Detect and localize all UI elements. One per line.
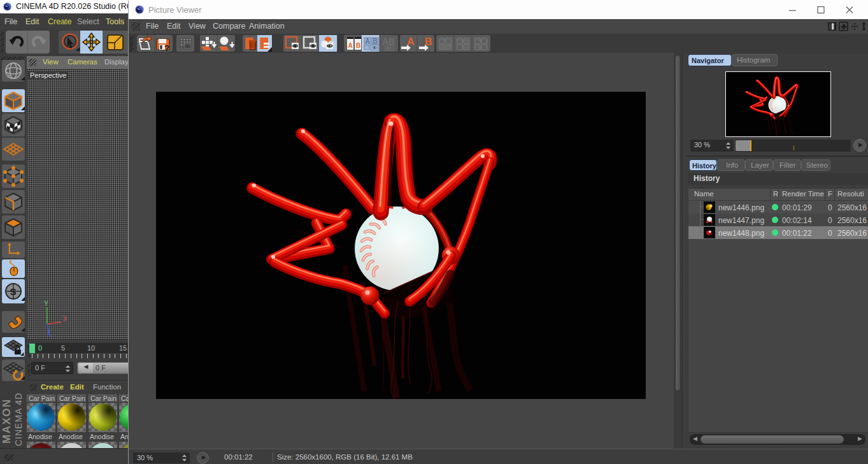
svg-text:A: A (407, 36, 415, 47)
svg-text:A: A (476, 38, 480, 45)
svg-text:A: A (366, 38, 370, 45)
svg-text:2: 2 (180, 44, 183, 50)
svg-text:□: □ (464, 44, 468, 50)
svg-text:Z: Z (47, 330, 51, 336)
svg-text:R: R (482, 38, 487, 45)
svg-text:A: A (348, 42, 353, 49)
svg-text:A: A (440, 38, 445, 45)
svg-text:Y: Y (44, 300, 48, 307)
svg-text:B: B (373, 38, 378, 45)
svg-text:–: – (464, 38, 467, 45)
svg-text:B: B (458, 44, 462, 50)
svg-text:D: D (446, 38, 451, 45)
svg-text:B: B (356, 42, 360, 49)
svg-text:?: ? (164, 44, 169, 53)
svg-text:X: X (63, 315, 68, 323)
svg-text:S: S (10, 286, 17, 297)
svg-text:B: B (482, 44, 487, 50)
svg-text:1: 1 (476, 44, 479, 50)
svg-text:A: A (458, 38, 462, 45)
